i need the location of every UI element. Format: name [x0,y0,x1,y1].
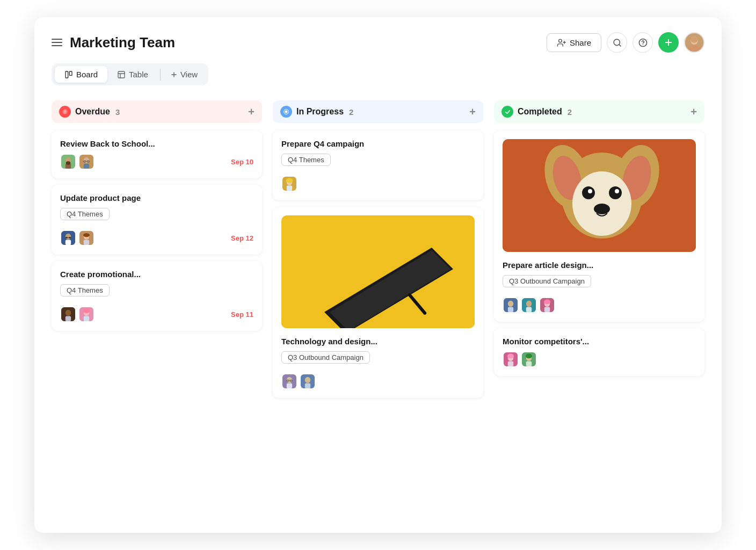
svg-rect-74 [508,307,513,312]
header-left: Marketing Team [52,34,175,51]
card-2-footer: Sep 12 [60,230,253,246]
svg-rect-9 [118,71,125,78]
avatar-bearded [60,154,76,170]
completed-count: 2 [568,107,572,117]
avatar-woman-blonde [281,176,297,192]
menu-icon[interactable] [52,39,62,46]
overdue-add-button[interactable]: + [248,106,255,117]
card-article-design[interactable]: Prepare article design... Q3 Outbound Ca… [494,131,704,322]
svg-rect-11 [65,111,66,113]
completed-add-button[interactable]: + [690,106,697,117]
card-6-title: Prepare article design... [503,260,696,270]
card-5-avatars [281,373,318,389]
card-2-title: Update product page [60,193,253,202]
inprogress-add-button[interactable]: + [469,106,476,117]
card-review-back[interactable]: Review Back to School... [52,131,262,178]
card-1-avatars [60,154,97,170]
avatar-woman-brown [78,230,95,246]
inprogress-status-icon [280,106,292,118]
kanban-board: Overdue 3 + Review Back to School... [52,100,704,404]
card-2-avatars [60,230,97,246]
tab-table-label: Table [129,70,148,79]
user-avatar[interactable] [684,32,704,53]
column-header-completed: Completed 2 + [494,100,704,123]
card-prepare-q4[interactable]: Prepare Q4 campaign Q4 Themes [273,131,483,200]
column-header-overdue: Overdue 3 + [52,100,262,123]
card-2-due: Sep 12 [231,234,253,242]
completed-title: Completed [518,107,562,117]
tab-board[interactable]: Board [55,66,107,83]
card-3-avatars [60,306,97,322]
svg-rect-34 [66,316,71,321]
column-inprogress: In Progress 2 + Prepare Q4 campaign Q4 T… [273,100,483,404]
overdue-status-icon [59,106,71,118]
svg-point-23 [66,234,71,240]
svg-rect-84 [508,361,513,366]
svg-point-68 [609,186,622,199]
tab-table[interactable]: Table [107,66,158,83]
card-4-avatars [281,176,300,192]
card-3-tag: Q4 Themes [60,284,110,296]
avatar-woman-pink3 [503,351,519,367]
card-3-due: Sep 11 [231,310,253,319]
svg-point-57 [305,377,310,383]
svg-rect-24 [66,240,71,245]
share-button[interactable]: Share [547,33,601,52]
svg-point-31 [83,233,90,237]
svg-rect-30 [84,240,89,245]
svg-rect-19 [84,163,89,169]
card-6-tag: Q3 Outbound Campaign [503,275,591,287]
svg-point-39 [285,111,288,113]
column-completed: Completed 2 + [494,100,704,382]
tablet-svg [281,215,475,328]
svg-rect-7 [66,71,68,78]
svg-point-85 [507,354,514,359]
search-button[interactable] [607,32,627,53]
avatar-glasses2 [281,373,297,389]
tab-board-label: Board [76,70,98,79]
svg-rect-37 [84,316,89,321]
tab-add-view[interactable]: View [163,66,205,83]
card-6-image [503,139,696,254]
share-label: Share [570,38,591,47]
card-5-title: Technology and design... [281,337,475,346]
card-5-tag: Q3 Outbound Campaign [281,351,370,364]
avatar-man-blue [503,297,519,313]
svg-rect-25 [66,237,68,238]
svg-point-71 [594,204,610,214]
card-1-footer: Sep 10 [60,154,253,170]
svg-point-76 [526,301,532,307]
card-7-footer [503,351,696,367]
user-avatar-image [685,33,703,52]
svg-point-6 [690,37,698,43]
column-overdue: Overdue 3 + Review Back to School... [52,100,262,337]
svg-rect-8 [69,71,72,75]
avatar-man-teal [521,297,537,313]
inprogress-count: 2 [349,107,353,117]
card-4-footer [281,176,475,192]
page-title: Marketing Team [70,34,175,51]
overdue-count: 3 [115,107,120,117]
board-icon [64,70,73,79]
plus-icon [664,38,673,47]
card-tech-design[interactable]: Technology and design... Q3 Outbound Cam… [273,207,483,398]
add-button[interactable] [658,32,679,53]
card-4-tag: Q4 Themes [281,154,331,166]
svg-rect-80 [544,307,550,312]
help-button[interactable] [633,32,653,53]
avatar-woman-pink2 [539,297,555,313]
help-icon [638,38,648,47]
dog-svg [503,139,696,252]
tab-divider [160,69,161,81]
header-right: Share [547,32,704,53]
card-monitor-competitors[interactable]: Monitor competitors'... [494,328,704,376]
card-3-footer: Sep 11 [60,306,253,322]
avatar-man-casual [300,373,316,389]
share-icon [557,38,566,47]
card-6-footer [503,297,696,313]
card-create-promo[interactable]: Create promotional... Q4 Themes [52,261,262,331]
add-view-icon [170,71,178,78]
card-3-title: Create promotional... [60,270,253,279]
avatar-glasses [78,154,95,170]
card-update-product[interactable]: Update product page Q4 Themes [52,185,262,255]
